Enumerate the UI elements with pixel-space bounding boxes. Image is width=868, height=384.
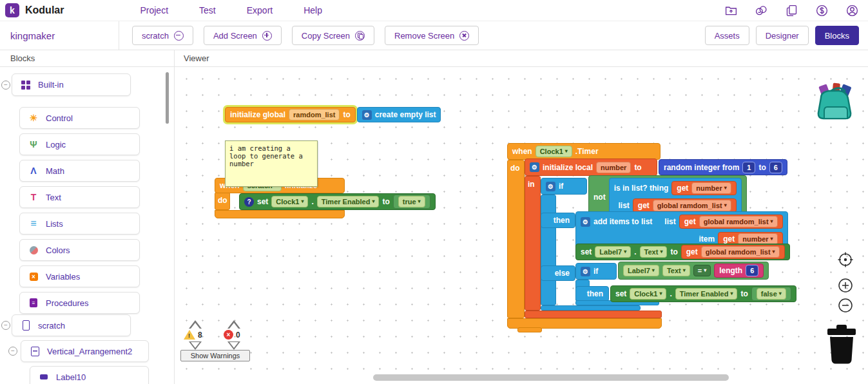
mutator-gear-icon[interactable] <box>581 267 590 276</box>
show-warnings-button[interactable]: Show Warnings <box>180 350 250 361</box>
logic-true-block[interactable]: true <box>393 195 430 209</box>
property-dropdown-text[interactable]: Text <box>640 246 668 258</box>
documentation-icon[interactable] <box>785 4 798 17</box>
init-local-header[interactable]: initialize local number to <box>525 158 657 176</box>
is-in-list-block[interactable]: is in list? thing get number list get gl… <box>609 178 742 216</box>
set-timer-enabled-false-block[interactable]: set Clock1 . Timer Enabled to false <box>610 285 796 302</box>
init-local-spine[interactable] <box>525 176 541 311</box>
property-dropdown-timer-enabled[interactable]: Timer Enabled <box>317 196 380 207</box>
number-block-6[interactable]: 6 <box>746 265 758 276</box>
zoom-out-icon[interactable] <box>837 297 854 314</box>
menu-test[interactable]: Test <box>199 5 216 15</box>
warning-up-arrow[interactable] <box>189 320 202 329</box>
init-local-bottom[interactable] <box>525 311 662 318</box>
property-dropdown-timer-enabled[interactable]: Timer Enabled <box>675 288 738 300</box>
menu-project[interactable]: Project <box>140 5 168 15</box>
sidebar-item-vertical-arrangement[interactable]: Vertical_Arrangement2 <box>21 340 149 362</box>
create-empty-list-block[interactable]: create empty list <box>357 107 441 122</box>
get-global-list-block[interactable]: get global ramdom_list <box>679 215 783 229</box>
get-global-list-block[interactable]: get global ramdom_list <box>681 245 785 259</box>
sidebar-item-colors[interactable]: Colors <box>19 239 140 261</box>
set-timer-enabled-true-block[interactable]: set Clock1 . Timer Enabled to true <box>239 193 436 210</box>
local-variable-name-field[interactable]: number <box>596 162 631 173</box>
backpack-icon[interactable] <box>813 82 865 125</box>
when-clock-timer-header[interactable]: when Clock1 .Timer <box>507 143 661 160</box>
if-block-1-bottom[interactable] <box>541 305 641 311</box>
component-dropdown-clock1[interactable]: Clock1 <box>271 196 308 207</box>
if-block-2-header[interactable]: if <box>575 263 617 280</box>
mutator-gear-icon[interactable] <box>581 217 590 227</box>
builtin-collapse-icon[interactable] <box>1 81 10 90</box>
sidebar-item-builtin[interactable]: Built-in <box>12 73 131 96</box>
length-block[interactable]: length 6 <box>714 264 764 278</box>
center-blocks-icon[interactable] <box>837 251 854 268</box>
assets-button[interactable]: Assets <box>705 26 749 45</box>
mutator-gear-icon[interactable] <box>530 162 539 172</box>
sidebar-scrollbar[interactable] <box>166 72 169 124</box>
if-block-1-header[interactable]: if <box>541 178 587 195</box>
false-dropdown[interactable]: false <box>757 288 786 300</box>
sidebar-item-control[interactable]: Control <box>19 107 140 129</box>
menu-help[interactable]: Help <box>304 5 322 15</box>
sidebar-item-label10[interactable]: Label10 <box>30 366 149 384</box>
init-global-block-group[interactable]: initialize global ramdom_list to create … <box>225 107 441 122</box>
get-number-block[interactable]: get number <box>671 181 736 195</box>
property-dropdown-text[interactable]: Text <box>662 265 690 276</box>
number-block-1[interactable]: 1 <box>742 162 755 173</box>
global-variable-name-field[interactable]: ramdom_list <box>289 109 340 120</box>
component-dropdown-label7[interactable]: Label7 <box>623 265 659 276</box>
component-dropdown-clock1[interactable]: Clock1 <box>630 288 666 300</box>
random-integer-block[interactable]: random integer from 1 to 6 <box>659 159 787 175</box>
designer-button[interactable]: Designer <box>756 26 809 45</box>
menu-export[interactable]: Export <box>247 5 273 15</box>
arrangement-collapse-icon[interactable] <box>8 347 17 356</box>
mutator-gear-icon[interactable] <box>546 182 555 191</box>
if-block-1-spine[interactable] <box>541 195 556 305</box>
variable-dropdown-number[interactable]: number <box>691 182 731 194</box>
screen-collapse-icon[interactable] <box>1 321 10 330</box>
get-global-list-block[interactable]: get global ramdom_list <box>633 198 737 213</box>
trash-icon[interactable] <box>827 325 856 367</box>
copy-screen-button[interactable]: Copy Screen <box>292 26 374 45</box>
sidebar-item-math[interactable]: Math <box>19 160 140 182</box>
when-scratch-bottom[interactable] <box>215 210 345 218</box>
variable-dropdown-global-list[interactable]: global ramdom_list <box>701 246 780 258</box>
component-dropdown-label7[interactable]: Label7 <box>595 246 631 258</box>
logic-false-block[interactable]: false <box>751 287 791 301</box>
set-label7-text-block[interactable]: set Label7 . Text to get global ramdom_l… <box>575 244 790 260</box>
account-icon[interactable] <box>845 4 859 17</box>
mutator-gear-icon[interactable] <box>362 110 372 120</box>
init-global-block[interactable]: initialize global ramdom_list to <box>225 107 356 122</box>
true-dropdown[interactable]: true <box>398 196 425 207</box>
if-block-1-then-arm[interactable]: then <box>541 213 575 228</box>
blocks-button[interactable]: Blocks <box>815 26 859 45</box>
sidebar-item-text[interactable]: Text <box>19 186 140 208</box>
remove-screen-button[interactable]: Remove Screen <box>385 26 479 45</box>
variable-dropdown-global-list[interactable]: global ramdom_list <box>653 200 731 211</box>
error-down-arrow[interactable] <box>227 341 240 350</box>
monetization-icon[interactable] <box>815 4 829 17</box>
kodular-logo[interactable]: k <box>5 3 19 17</box>
when-clock-spine[interactable] <box>507 160 525 318</box>
sidebar-item-logic[interactable]: Logic <box>19 133 140 155</box>
warning-down-arrow[interactable] <box>189 341 202 350</box>
block-comment-note[interactable]: i am creating a loop to generate a numbe… <box>225 140 318 187</box>
add-screen-button[interactable]: Add Screen <box>204 26 282 45</box>
if-block-2-then-arm[interactable]: then <box>575 286 609 302</box>
number-block-6[interactable]: 6 <box>769 162 782 173</box>
sidebar-item-screen-scratch[interactable]: scratch <box>12 314 131 336</box>
sidebar-item-lists[interactable]: Lists <box>19 213 140 235</box>
export-project-icon[interactable] <box>724 4 738 17</box>
if-block-1-else-arm[interactable]: else <box>541 265 575 281</box>
community-icon[interactable] <box>755 4 768 17</box>
canvas-horizontal-scrollbar[interactable] <box>373 374 729 381</box>
component-dropdown-clock1[interactable]: Clock1 <box>535 146 572 157</box>
error-up-arrow[interactable] <box>227 320 240 329</box>
sidebar-item-variables[interactable]: Variables <box>19 265 140 287</box>
variable-dropdown-global-list[interactable]: global ramdom_list <box>699 216 778 227</box>
screen-selector-button[interactable]: scratch <box>132 26 193 45</box>
warning-question-icon[interactable] <box>244 197 254 207</box>
sidebar-item-procedures[interactable]: Procedures <box>19 292 140 314</box>
equals-comparison-block[interactable]: Label7 Text = length 6 <box>618 262 769 280</box>
comparison-operator-dropdown[interactable]: = <box>693 265 711 276</box>
